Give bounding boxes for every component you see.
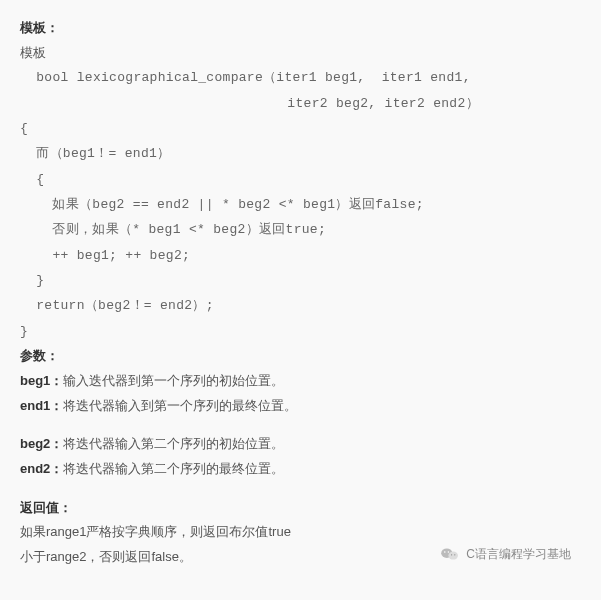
wechat-icon xyxy=(440,546,460,562)
param-key: beg1： xyxy=(20,373,63,388)
template-word: 模板 xyxy=(20,41,581,66)
footer-text: C语言编程学习基地 xyxy=(466,543,571,566)
return-line: 如果range1严格按字典顺序，则返回布尔值true xyxy=(20,520,581,545)
code-line: } xyxy=(20,324,28,339)
code-line: ++ beg1; ++ beg2; xyxy=(52,248,190,263)
code-line: { xyxy=(36,172,44,187)
param-key: end2： xyxy=(20,461,63,476)
param-desc: 将迭代器输入到第一个序列的最终位置。 xyxy=(63,398,297,413)
param-end1: end1：将迭代器输入到第一个序列的最终位置。 xyxy=(20,394,581,419)
code-line: iter2 beg2, iter2 end2） xyxy=(287,96,479,111)
param-desc: 输入迭代器到第一个序列的初始位置。 xyxy=(63,373,284,388)
param-beg1: beg1：输入迭代器到第一个序列的初始位置。 xyxy=(20,369,581,394)
return-heading: 返回值： xyxy=(20,496,581,521)
svg-point-4 xyxy=(451,554,452,555)
params-heading: 参数： xyxy=(20,344,581,369)
param-key: end1： xyxy=(20,398,63,413)
svg-point-2 xyxy=(444,551,446,553)
template-heading: 模板： xyxy=(20,16,581,41)
footer-credit: C语言编程学习基地 xyxy=(440,543,571,566)
code-line: return（beg2！= end2）; xyxy=(36,298,214,313)
svg-point-1 xyxy=(449,552,459,560)
code-line: bool lexicographical_compare（iter1 beg1,… xyxy=(36,70,471,85)
code-line: 而（beg1！= end1） xyxy=(36,146,170,161)
param-beg2: beg2：将迭代器输入第二个序列的初始位置。 xyxy=(20,432,581,457)
param-end2: end2：将迭代器输入第二个序列的最终位置。 xyxy=(20,457,581,482)
svg-point-5 xyxy=(454,554,455,555)
code-block: bool lexicographical_compare（iter1 beg1,… xyxy=(20,65,581,344)
svg-point-3 xyxy=(448,551,450,553)
code-line: 否则，如果（* beg1 <* beg2）返回true; xyxy=(52,222,326,237)
code-line: } xyxy=(36,273,44,288)
code-line: { xyxy=(20,121,28,136)
param-desc: 将迭代器输入第二个序列的初始位置。 xyxy=(63,436,284,451)
param-key: beg2： xyxy=(20,436,63,451)
param-desc: 将迭代器输入第二个序列的最终位置。 xyxy=(63,461,284,476)
code-line: 如果（beg2 == end2 || * beg2 <* beg1）返回fals… xyxy=(52,197,423,212)
